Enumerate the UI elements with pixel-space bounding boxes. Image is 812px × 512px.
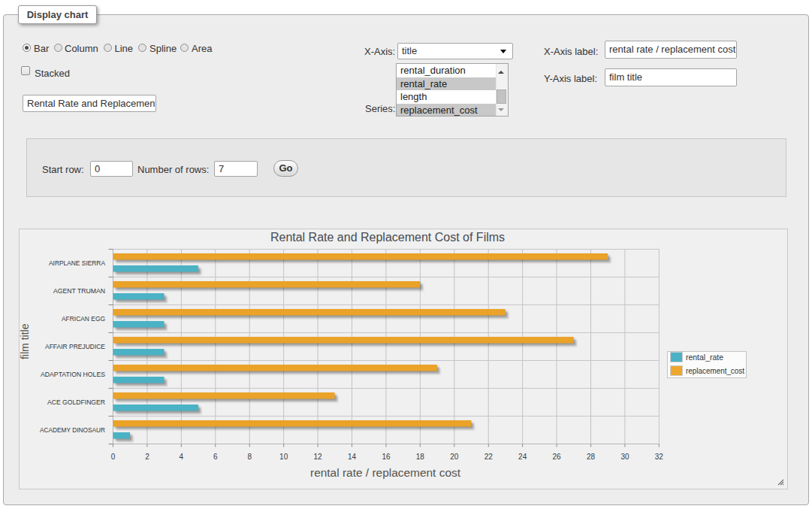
svg-text:AFFAIR PREJUDICE: AFFAIR PREJUDICE [45, 343, 105, 350]
svg-text:2: 2 [145, 453, 149, 461]
svg-text:AGENT TRUMAN: AGENT TRUMAN [53, 287, 105, 295]
svg-text:30: 30 [620, 453, 629, 461]
svg-text:26: 26 [553, 453, 562, 461]
svg-text:28: 28 [587, 453, 596, 461]
svg-text:8: 8 [247, 453, 252, 461]
svg-text:4: 4 [180, 453, 184, 461]
svg-text:Rental Rate and Replacement Co: Rental Rate and Replacement Cost of Film… [270, 231, 505, 244]
svg-text:ACE GOLDFINGER: ACE GOLDFINGER [47, 398, 105, 406]
svg-text:20: 20 [450, 453, 459, 461]
svg-text:ACADEMY DINOSAUR: ACADEMY DINOSAUR [40, 426, 105, 434]
svg-text:rental_rate: rental_rate [686, 353, 723, 362]
svg-text:AFRICAN EGG: AFRICAN EGG [62, 315, 105, 323]
svg-text:24: 24 [518, 453, 527, 461]
svg-text:22: 22 [484, 453, 494, 461]
svg-text:16: 16 [382, 453, 391, 461]
svg-text:32: 32 [655, 453, 664, 461]
svg-text:AIRPLANE SIERRA: AIRPLANE SIERRA [49, 259, 105, 267]
svg-text:12: 12 [314, 453, 323, 461]
svg-text:14: 14 [348, 453, 357, 461]
svg-text:ADAPTATION HOLES: ADAPTATION HOLES [41, 371, 105, 378]
svg-text:18: 18 [416, 453, 425, 461]
svg-text:10: 10 [279, 453, 288, 461]
svg-text:6: 6 [213, 453, 218, 461]
svg-text:rental rate / replacement cost: rental rate / replacement cost [310, 467, 460, 479]
svg-text:film title: film title [20, 323, 32, 359]
svg-text:replacement_cost: replacement_cost [686, 367, 744, 375]
svg-text:0: 0 [111, 453, 116, 461]
